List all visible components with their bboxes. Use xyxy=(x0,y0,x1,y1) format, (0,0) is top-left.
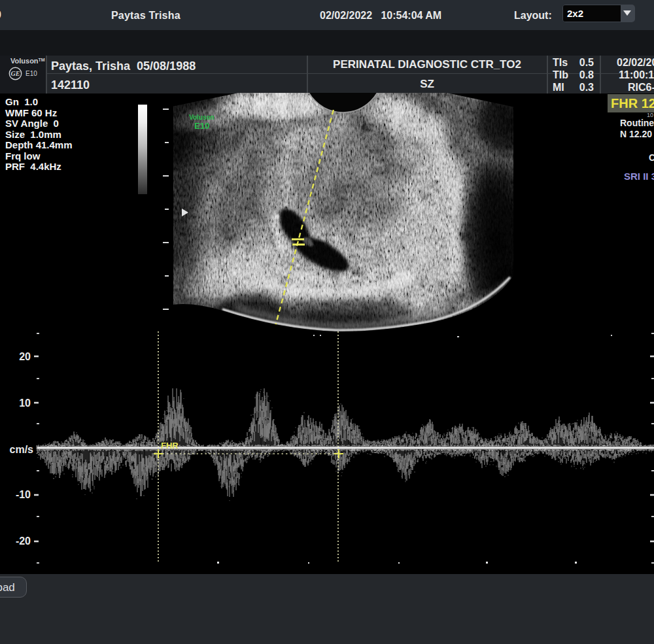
svg-text:10: 10 xyxy=(19,398,31,409)
svg-text:GE: GE xyxy=(11,70,20,77)
svg-text:Voluson: Voluson xyxy=(189,114,215,121)
svg-text:-10: -10 xyxy=(16,489,31,500)
svg-text:cm/s: cm/s xyxy=(10,444,34,455)
svg-text:-20: -20 xyxy=(16,535,31,547)
svg-text:20: 20 xyxy=(19,351,31,362)
svg-text:E10: E10 xyxy=(194,121,209,131)
svg-text:FHR: FHR xyxy=(161,441,179,450)
